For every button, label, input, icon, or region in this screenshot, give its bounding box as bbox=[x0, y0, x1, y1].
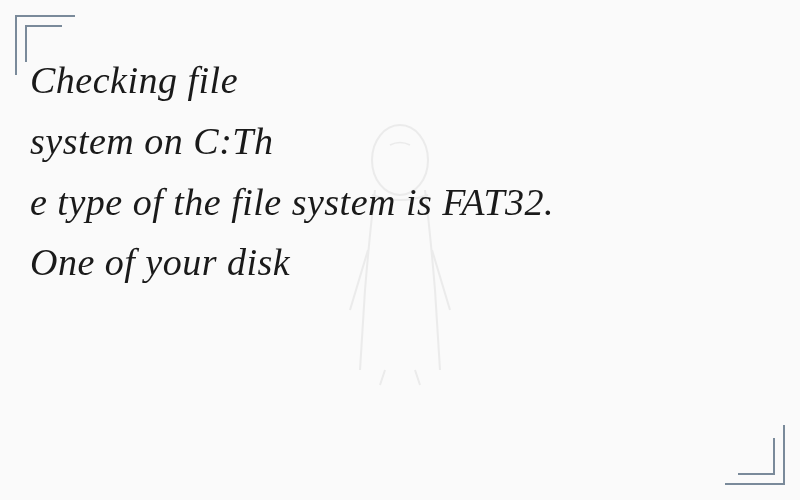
text-line-1: Checking file bbox=[30, 50, 770, 111]
document-page: Checking file system on C:Th e type of t… bbox=[0, 0, 800, 500]
corner-ornament-bottom-right bbox=[725, 425, 785, 485]
text-line-2: system on C:Th bbox=[30, 111, 770, 172]
text-line-3: e type of the file system is FAT32. bbox=[30, 172, 770, 233]
text-line-4: One of your disk bbox=[30, 232, 770, 293]
document-text: Checking file system on C:Th e type of t… bbox=[30, 50, 770, 293]
